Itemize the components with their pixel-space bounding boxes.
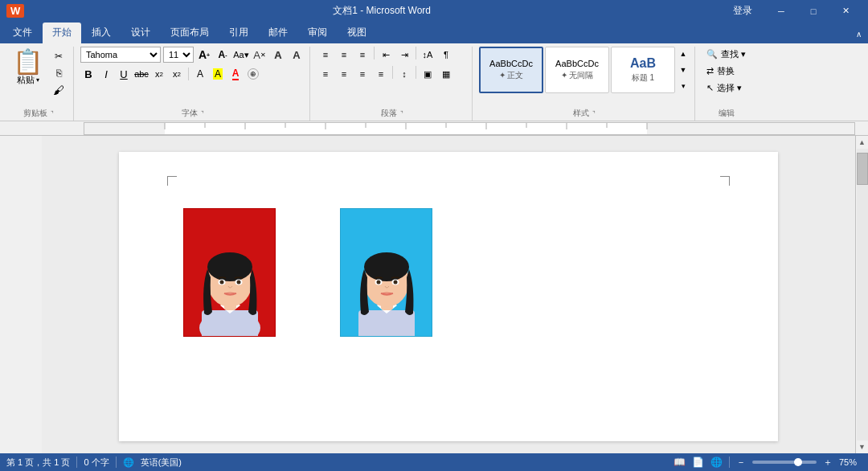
align-center-button[interactable]: ≡: [335, 66, 353, 82]
zoom-thumb[interactable]: [794, 458, 802, 466]
style-more-button[interactable]: ▾: [677, 79, 690, 93]
superscript-button[interactable]: x2: [169, 66, 185, 82]
tab-view[interactable]: 视图: [338, 23, 376, 43]
scroll-down-arrow[interactable]: ▼: [856, 440, 869, 453]
tab-file[interactable]: 文件: [3, 23, 42, 43]
numbering-button[interactable]: ≡: [335, 47, 353, 63]
copy-button[interactable]: ⎘: [49, 65, 68, 81]
scroll-area[interactable]: [42, 136, 855, 453]
styles-expand-icon[interactable]: ⌝: [592, 110, 596, 117]
maximize-button[interactable]: □: [797, 0, 829, 22]
clear-format-button[interactable]: A✕: [252, 47, 268, 63]
tab-home[interactable]: 开始: [43, 23, 81, 43]
bullets-button[interactable]: ≡: [317, 47, 334, 63]
style-item-normal[interactable]: AaBbCcDc ✦ 正文: [479, 47, 543, 93]
change-case-button[interactable]: Aa▾: [233, 47, 249, 63]
underline-button[interactable]: U: [116, 66, 132, 82]
find-button[interactable]: 🔍 查找 ▾: [702, 47, 751, 62]
ribbon-collapse-button[interactable]: ∧: [849, 24, 868, 43]
line-spacing-button[interactable]: ↕: [395, 66, 413, 82]
photo-blue-frame[interactable]: [340, 208, 432, 337]
paste-label: 粘贴 ▾: [17, 74, 39, 86]
window-title: 文档1 - Microsoft Word: [31, 4, 733, 18]
editing-group: 🔍 查找 ▾ ⇄ 替换 ↖ 选择 ▾ 编辑: [697, 47, 755, 121]
styles-gallery: AaBbCcDc ✦ 正文 AaBbCcDc ✦ 无间隔 AaB 标题 1: [479, 47, 675, 93]
style-item-heading1[interactable]: AaB 标题 1: [611, 47, 675, 93]
zoom-out-button[interactable]: －: [736, 456, 746, 469]
increase-indent-button[interactable]: ⇥: [395, 47, 413, 63]
font-expand-icon[interactable]: ⌝: [201, 110, 204, 117]
read-mode-icon[interactable]: 📖: [674, 457, 686, 468]
zoom-level[interactable]: 75%: [839, 457, 862, 467]
styles-group: AaBbCcDc ✦ 正文 AaBbCcDc ✦ 无间隔 AaB 标题 1 ▲ …: [474, 47, 695, 121]
scroll-up-arrow[interactable]: ▲: [856, 136, 869, 149]
tab-layout[interactable]: 页面布局: [161, 23, 219, 43]
justify-button[interactable]: ≡: [372, 66, 390, 82]
status-right: 📖 📄 🌐 － ＋ 75%: [674, 456, 862, 469]
tab-insert[interactable]: 插入: [82, 23, 121, 43]
ruler-area: [0, 121, 868, 136]
zoom-slider[interactable]: [752, 461, 817, 464]
paragraph-row1: ≡ ≡ ≡ ⇤ ⇥ ↕A ¶: [317, 47, 455, 63]
bold-button[interactable]: B: [80, 66, 96, 82]
align-left-button[interactable]: ≡: [317, 66, 334, 82]
print-layout-icon[interactable]: 📄: [692, 457, 704, 468]
align-right-button[interactable]: ≡: [354, 66, 371, 82]
ruler: [84, 122, 855, 135]
title-bar: W 文档1 - Microsoft Word 登录 ─ □ ✕: [0, 0, 868, 22]
highlight-color-button[interactable]: A: [210, 66, 226, 82]
font-grow-button[interactable]: A+: [196, 47, 212, 63]
italic-button[interactable]: I: [98, 66, 114, 82]
paragraph-row2: ≡ ≡ ≡ ≡ ↕ ▣ ▦: [317, 66, 455, 82]
multilevel-button[interactable]: ≡: [354, 47, 371, 63]
style-scroll-buttons: ▲ ▼ ▾: [677, 47, 690, 93]
shading-button[interactable]: ▣: [419, 66, 436, 82]
photo-red-frame[interactable]: [183, 208, 276, 337]
clipboard-label: 剪贴板 ⌝: [8, 106, 68, 121]
cut-button[interactable]: ✂: [49, 48, 68, 64]
strikethrough-button[interactable]: abc: [133, 66, 149, 82]
tab-references[interactable]: 引用: [219, 23, 258, 43]
font-size-select[interactable]: 11: [163, 47, 194, 63]
tab-review[interactable]: 审阅: [298, 23, 337, 43]
style-scroll-down-button[interactable]: ▼: [677, 63, 690, 77]
tab-mailings[interactable]: 邮件: [259, 23, 297, 43]
close-button[interactable]: ✕: [829, 0, 862, 22]
font-family-select[interactable]: Tahoma: [80, 47, 161, 63]
login-button[interactable]: 登录: [733, 4, 752, 18]
border-button[interactable]: ▦: [437, 66, 455, 82]
font-color-button[interactable]: A: [227, 66, 244, 82]
show-marks-button[interactable]: ¶: [437, 47, 455, 63]
clipboard-content: 📋 粘贴 ▾ ✂ ⎘ 🖌: [8, 47, 68, 106]
format-painter-button[interactable]: 🖌: [49, 82, 68, 98]
status-sep1: [76, 457, 77, 468]
scroll-thumb[interactable]: [857, 153, 868, 185]
language-status[interactable]: 英语(美国): [141, 457, 182, 469]
paragraph-expand-icon[interactable]: ⌝: [400, 110, 403, 117]
sort-button[interactable]: ↕A: [419, 47, 436, 63]
text-effect-button[interactable]: A: [192, 66, 208, 82]
photo-blue-svg: [341, 209, 432, 337]
zoom-in-button[interactable]: ＋: [823, 456, 833, 469]
main-area: ▲ ▼: [0, 121, 868, 453]
minimize-button[interactable]: ─: [765, 0, 797, 22]
style-item-nospacing[interactable]: AaBbCcDc ✦ 无间隔: [545, 47, 609, 93]
select-button[interactable]: ↖ 选择 ▾: [702, 80, 747, 96]
decrease-indent-button[interactable]: ⇤: [377, 47, 395, 63]
font-shrink-button[interactable]: A-: [215, 47, 231, 63]
svg-point-20: [207, 252, 252, 281]
style-name-normal: ✦ 正文: [499, 70, 524, 81]
clipboard-expand-icon[interactable]: ⌝: [51, 110, 54, 117]
corner-tl: [167, 176, 177, 186]
style-scroll-up-button[interactable]: ▲: [677, 47, 690, 61]
text-highlight-button[interactable]: A: [270, 47, 286, 63]
paste-button[interactable]: 📋 粘贴 ▾: [8, 47, 47, 89]
style-name-nospacing: ✦ 无间隔: [561, 70, 594, 81]
replace-button[interactable]: ⇄ 替换: [702, 63, 739, 79]
font-more-button[interactable]: ⊕: [245, 66, 261, 82]
tab-design[interactable]: 设计: [121, 23, 160, 43]
font-color-text-button[interactable]: A: [289, 47, 305, 63]
language-icon: 🌐: [123, 457, 134, 468]
web-layout-icon[interactable]: 🌐: [710, 457, 723, 468]
subscript-button[interactable]: x2: [151, 66, 167, 82]
